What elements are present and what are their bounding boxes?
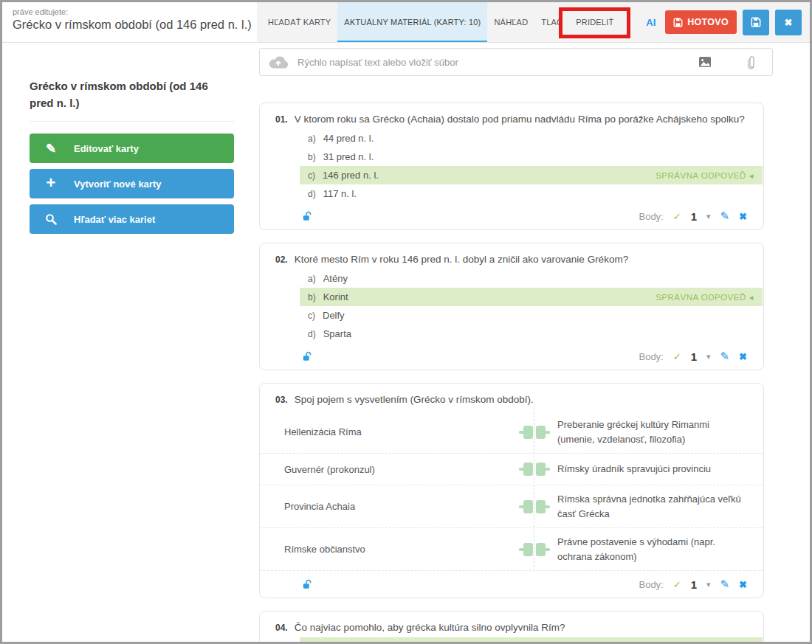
answer-option: c) Delfy xyxy=(300,306,763,325)
insert-image-icon[interactable] xyxy=(699,57,711,67)
search-more-cards-button[interactable]: Hľadať viac kariet xyxy=(30,204,234,234)
answer-option-correct: a) Rimania obdivovali grécke vzdelanie a… xyxy=(300,637,763,644)
top-bar: práve editujete: Grécko v rímskom období… xyxy=(2,2,810,43)
sidebar-title: Grécko v rímskom období (od 146 pred n. … xyxy=(30,78,234,122)
matching-pair: Rímske občianstvo Právne postavenie s vý… xyxy=(260,528,763,571)
caret-down-icon[interactable]: ▾ xyxy=(706,212,711,221)
question-card-3: 03. Spoj pojem s vysvetlením (Grécko v r… xyxy=(259,383,764,598)
delete-icon[interactable]: ✖ xyxy=(739,579,747,590)
unlock-icon[interactable] xyxy=(303,579,313,589)
tab-print[interactable]: TLAČ xyxy=(534,2,569,42)
option-letter: d) xyxy=(308,329,316,339)
document-title: Grécko v rímskom období (od 146 pred n. … xyxy=(13,18,250,32)
puzzle-connector-icon xyxy=(512,498,557,516)
option-text: 44 pred n. l. xyxy=(323,133,374,144)
top-actions: AI HOTOVO ✖ xyxy=(646,2,810,42)
delete-icon[interactable]: ✖ xyxy=(739,351,747,362)
pair-definition: Preberanie gréckej kultúry Rimanmi (umen… xyxy=(557,418,753,446)
checkmark-icon: ✓ xyxy=(673,351,681,362)
points-label: Body: xyxy=(639,579,663,590)
edit-cards-label: Editovať karty xyxy=(74,143,139,154)
edit-icon[interactable]: ✎ xyxy=(720,578,730,591)
cards-list: 01. V ktorom roku sa Grécko (Achaia) dos… xyxy=(259,103,773,644)
flag-icon: ◂ xyxy=(749,170,754,181)
pencil-icon: ✎ xyxy=(44,141,58,156)
card-toolbar: Body: ✓ 1 ▾ ✎ ✖ xyxy=(260,203,763,224)
delete-icon[interactable]: ✖ xyxy=(739,211,747,222)
points-value[interactable]: 1 xyxy=(691,210,697,223)
matching-pair: Guvernér (prokonzul) Rímsky úradník spra… xyxy=(260,454,763,485)
pair-term: Guvernér (prokonzul) xyxy=(284,464,512,475)
create-cards-button[interactable]: + Vytvoriť nové karty xyxy=(30,169,234,198)
matching-pairs: Hellenizácia Ríma Preberanie gréckej kul… xyxy=(260,411,763,571)
checkmark-icon: ✓ xyxy=(673,579,681,590)
answer-option-correct: c) 146 pred n. l. SPRÁVNA ODPOVEĎ◂ xyxy=(300,166,763,184)
question-card-1: 01. V ktorom roku sa Grécko (Achaia) dos… xyxy=(259,103,764,230)
answer-option: b) 31 pred n. l. xyxy=(300,148,763,166)
caret-down-icon[interactable]: ▾ xyxy=(706,352,711,361)
unlock-icon[interactable] xyxy=(303,211,313,221)
sidebar: Grécko v rímskom období (od 146 pred n. … xyxy=(2,43,259,642)
question-number: 02. xyxy=(275,255,288,265)
option-letter: c) xyxy=(308,311,315,321)
tab-bar: HĽADAŤ KARTY AKTUÁLNY MATERIÁL (KARTY: 1… xyxy=(261,2,620,42)
option-text: 117 n. l. xyxy=(323,188,357,199)
caret-down-icon[interactable]: ▾ xyxy=(706,580,711,589)
option-letter: d) xyxy=(308,189,316,199)
option-text: 31 pred n. l. xyxy=(323,151,374,162)
quick-add-bar xyxy=(259,48,773,76)
edit-icon[interactable]: ✎ xyxy=(720,210,730,223)
points-value[interactable]: 1 xyxy=(691,578,697,591)
points-value[interactable]: 1 xyxy=(691,350,697,363)
option-text: Rimania obdivovali grécke vzdelanie a pr… xyxy=(323,641,649,644)
editing-label: práve editujete: xyxy=(13,7,250,16)
done-button[interactable]: HOTOVO xyxy=(665,10,737,34)
quick-text-input[interactable] xyxy=(297,57,699,68)
question-text: Čo najviac pomohlo, aby grécka kultúra s… xyxy=(295,622,565,633)
option-text: Atény xyxy=(323,273,348,284)
pair-term: Provincia Achaia xyxy=(284,501,512,512)
question-card-4: 04. Čo najviac pomohlo, aby grécka kultú… xyxy=(259,611,764,644)
answer-option: a) Atény xyxy=(300,269,763,288)
question-text: Ktoré mesto Rím v roku 146 pred n. l. do… xyxy=(295,254,628,265)
option-letter: c) xyxy=(308,170,315,181)
save-button[interactable] xyxy=(743,10,769,35)
attach-file-icon[interactable] xyxy=(748,55,756,69)
ai-button[interactable]: AI xyxy=(646,17,656,28)
question-text: V ktorom roku sa Grécko (Achaia) dostalo… xyxy=(295,114,745,125)
close-icon: ✖ xyxy=(785,17,793,28)
done-button-label: HOTOVO xyxy=(687,17,729,27)
option-text: Sparta xyxy=(323,328,351,339)
checkmark-icon: ✓ xyxy=(673,211,681,222)
answer-option-correct: b) Korint SPRÁVNA ODPOVEĎ◂ xyxy=(300,288,763,306)
option-text: Delfy xyxy=(323,310,345,321)
question-text: Spoj pojem s vysvetlením (Grécko v rímsk… xyxy=(295,394,534,405)
correct-answer-badge: SPRÁVNA ODPOVEĎ◂ xyxy=(648,170,754,181)
tab-preview[interactable]: NÁHĽAD xyxy=(487,2,534,42)
option-letter: b) xyxy=(308,292,316,302)
matching-pair: Provincia Achaia Rímska správna jednotka… xyxy=(260,485,763,528)
tab-search-cards[interactable]: HĽADAŤ KARTY xyxy=(261,2,337,42)
unlock-icon[interactable] xyxy=(303,351,313,361)
answer-option: d) 117 n. l. xyxy=(300,184,763,203)
quickbar-icons xyxy=(699,55,763,69)
create-cards-label: Vytvoriť nové karty xyxy=(74,179,161,190)
close-button[interactable]: ✖ xyxy=(775,10,802,35)
puzzle-connector-icon xyxy=(512,541,557,558)
tab-assign[interactable]: PRIDELIŤ xyxy=(569,2,620,42)
answer-option: d) Sparta xyxy=(300,325,763,343)
pair-definition: Právne postavenie s výhodami (napr. ochr… xyxy=(557,535,753,564)
correct-answer-badge: SPRÁVNA ODPOVEĎ◂ xyxy=(648,292,754,302)
pair-definition: Rímsky úradník spravujúci provinciu xyxy=(557,462,753,477)
puzzle-connector-icon xyxy=(512,460,557,478)
edit-icon[interactable]: ✎ xyxy=(720,350,730,363)
edit-cards-button[interactable]: ✎ Editovať karty xyxy=(30,134,234,163)
option-letter: a) xyxy=(308,134,316,144)
tab-current-material[interactable]: AKTUÁLNY MATERIÁL (KARTY: 10) xyxy=(337,2,487,42)
answer-option: a) 44 pred n. l. xyxy=(300,129,763,148)
card-toolbar: Body: ✓ 1 ▾ ✎ ✖ xyxy=(260,571,763,592)
content-area: Grécko v rímskom období (od 146 pred n. … xyxy=(2,43,810,642)
points-label: Body: xyxy=(639,211,663,222)
question-number: 03. xyxy=(275,395,288,405)
puzzle-connector-icon xyxy=(512,423,557,441)
